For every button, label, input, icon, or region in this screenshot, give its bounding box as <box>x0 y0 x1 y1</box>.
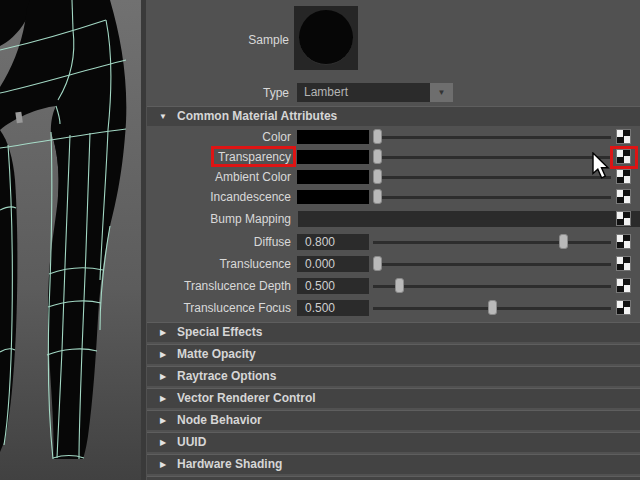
collapsed-triangle-icon: ▶ <box>156 411 170 430</box>
slider-handle[interactable] <box>373 129 382 144</box>
slider-handle[interactable] <box>373 256 382 271</box>
section-title: Node Behavior <box>177 411 262 430</box>
attr-row-translucence-depth: Translucence Depth 0.500 <box>146 277 640 295</box>
mouse-cursor <box>592 152 614 184</box>
collapsed-triangle-icon: ▶ <box>156 323 170 342</box>
attr-label-translucence: Translucence <box>146 255 291 273</box>
chevron-down-icon: ▼ <box>438 88 446 97</box>
transparency-slider[interactable] <box>373 148 611 166</box>
attr-label-translucence-focus: Translucence Focus <box>146 299 291 317</box>
slider-handle[interactable] <box>559 234 568 249</box>
sample-label: Sample <box>149 33 289 47</box>
incandescence-swatch[interactable] <box>297 190 369 204</box>
translucence-focus-value-field[interactable]: 0.500 <box>297 300 369 316</box>
material-sample-swatch[interactable] <box>294 6 358 70</box>
maya-attribute-editor-window: Sample Type Lambert ▼ ▼ Common Material … <box>0 0 640 480</box>
color-slider[interactable] <box>373 128 611 146</box>
collapsed-triangle-icon: ▶ <box>156 345 170 364</box>
material-type-value[interactable]: Lambert <box>297 83 430 102</box>
diffuse-value-field[interactable]: 0.800 <box>297 234 369 250</box>
slider-handle[interactable] <box>395 278 404 293</box>
translucence-focus-slider[interactable] <box>373 299 611 317</box>
attr-row-translucence-focus: Translucence Focus 0.500 <box>146 299 640 317</box>
diffuse-slider[interactable] <box>373 233 611 251</box>
highlight-box-transparency-label <box>211 146 296 167</box>
attr-row-incandescence: Incandescence <box>146 188 640 206</box>
map-texture-button-checker-icon[interactable] <box>617 235 630 248</box>
attr-label-bump-mapping: Bump Mapping <box>146 210 291 228</box>
attr-row-diffuse: Diffuse 0.800 <box>146 233 640 251</box>
attr-row-color: Color <box>146 128 640 146</box>
ambient-color-slider[interactable] <box>373 168 611 186</box>
collapsed-triangle-icon: ▶ <box>156 367 170 386</box>
translucence-depth-slider[interactable] <box>373 277 611 295</box>
section-title: UUID <box>177 433 206 452</box>
translucence-depth-value-field[interactable]: 0.500 <box>297 278 369 294</box>
expanded-triangle-icon: ▼ <box>156 107 170 126</box>
attr-label-color: Color <box>146 128 291 146</box>
collapsed-triangle-icon: ▶ <box>156 455 170 474</box>
section-uuid[interactable]: ▶ UUID <box>147 432 640 452</box>
attr-label-translucence-depth: Translucence Depth <box>146 277 291 295</box>
slider-track <box>373 196 611 199</box>
map-texture-button-checker-icon[interactable] <box>617 130 630 143</box>
section-common-material-attributes[interactable]: ▼ Common Material Attributes <box>147 106 640 126</box>
incandescence-slider[interactable] <box>373 188 611 206</box>
translucence-value-field[interactable]: 0.000 <box>297 256 369 272</box>
attr-row-ambient-color: Ambient Color <box>146 168 640 186</box>
transparency-swatch[interactable] <box>297 150 369 164</box>
material-type-dropdown-button[interactable]: ▼ <box>430 83 453 102</box>
translucence-slider[interactable] <box>373 255 611 273</box>
map-texture-button-checker-icon[interactable] <box>617 170 630 183</box>
highlight-box-transparency-map-button <box>610 146 638 169</box>
section-title: Vector Renderer Control <box>177 389 316 408</box>
attr-label-ambient-color: Ambient Color <box>146 168 291 186</box>
map-texture-button-checker-icon[interactable] <box>617 190 630 203</box>
slider-track <box>373 176 611 179</box>
slider-handle[interactable] <box>488 300 497 315</box>
section-title: Special Effects <box>177 323 262 342</box>
slider-track <box>373 263 611 266</box>
material-sample-sphere <box>299 10 353 65</box>
attr-label-incandescence: Incandescence <box>146 188 291 206</box>
slider-handle[interactable] <box>373 169 382 184</box>
collapsed-triangle-icon: ▶ <box>156 433 170 452</box>
attribute-editor-panel: Sample Type Lambert ▼ ▼ Common Material … <box>146 0 640 480</box>
ambient-color-swatch[interactable] <box>297 170 369 184</box>
section-matte-opacity[interactable]: ▶ Matte Opacity <box>147 344 640 364</box>
section-node-behavior[interactable]: ▶ Node Behavior <box>147 410 640 430</box>
section-partial-bottom[interactable]: ▶ <box>147 476 640 480</box>
section-title: Hardware Shading <box>177 455 282 474</box>
slider-track <box>373 241 611 244</box>
attr-row-bump-mapping: Bump Mapping <box>146 210 640 228</box>
section-title: Matte Opacity <box>177 345 256 364</box>
collapsed-triangle-icon: ▶ <box>156 389 170 408</box>
slider-track <box>373 285 611 288</box>
slider-handle[interactable] <box>373 189 382 204</box>
section-title: Raytrace Options <box>177 367 276 386</box>
section-vector-renderer-control[interactable]: ▶ Vector Renderer Control <box>147 388 640 408</box>
bump-mapping-input[interactable] <box>298 211 640 227</box>
section-raytrace-options[interactable]: ▶ Raytrace Options <box>147 366 640 386</box>
color-swatch[interactable] <box>297 130 369 144</box>
section-special-effects[interactable]: ▶ Special Effects <box>147 322 640 342</box>
slider-track <box>373 136 611 139</box>
type-label: Type <box>149 86 289 100</box>
section-hardware-shading[interactable]: ▶ Hardware Shading <box>147 454 640 474</box>
map-texture-button-checker-icon[interactable] <box>617 212 630 225</box>
map-texture-button-checker-icon[interactable] <box>617 279 630 292</box>
attr-row-translucence: Translucence 0.000 <box>146 255 640 273</box>
slider-track <box>373 156 611 159</box>
slider-handle[interactable] <box>373 149 382 164</box>
map-texture-button-checker-icon[interactable] <box>617 257 630 270</box>
attr-label-diffuse: Diffuse <box>146 233 291 251</box>
map-texture-button-checker-icon[interactable] <box>617 301 630 314</box>
section-title: Common Material Attributes <box>177 107 337 126</box>
viewport-wireframe-model[interactable] <box>0 0 145 480</box>
